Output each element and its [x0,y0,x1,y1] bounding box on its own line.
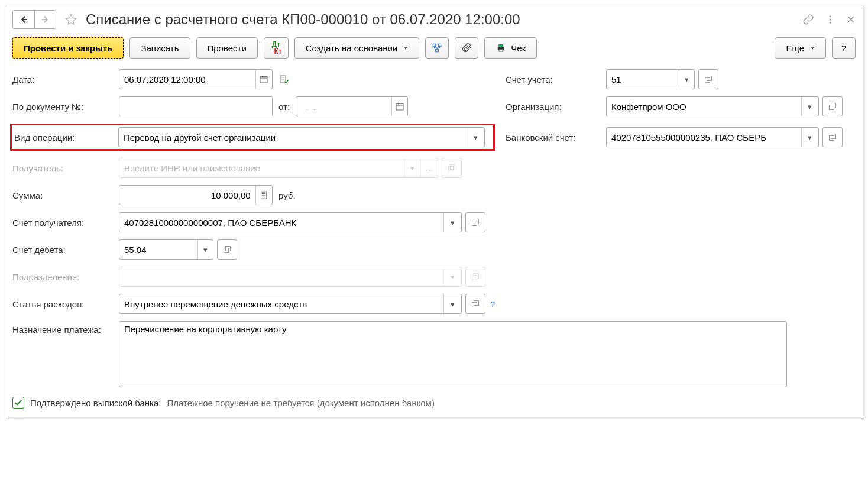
recipient-acc-dropdown-button[interactable]: ▾ [443,213,461,232]
star-icon [65,14,77,25]
more-button[interactable]: Еще [775,37,826,59]
confirmed-label: Подтверждено выпиской банка: [30,398,161,408]
paperclip-icon [461,43,472,53]
create-based-button[interactable]: Создать на основании [294,37,420,59]
recipient-acc-open-button[interactable] [466,213,485,232]
svg-rect-5 [436,49,439,52]
optype-dropdown-button[interactable]: ▾ [467,128,484,147]
attachments-button[interactable] [455,37,478,59]
svg-rect-32 [472,275,477,280]
svg-rect-8 [499,49,503,51]
recipient-acc-input[interactable] [119,213,443,232]
bankacc-input[interactable] [607,128,801,147]
org-dropdown-button[interactable]: ▾ [801,97,818,116]
svg-point-22 [263,195,263,196]
date-input[interactable] [119,70,255,89]
svg-point-0 [830,15,831,17]
printer-icon [495,43,506,53]
division-dropdown-button: ▾ [443,267,461,286]
external-icon [828,102,837,111]
docdate-input[interactable] [296,97,391,116]
debations-open-button[interactable] [218,240,237,259]
svg-rect-29 [474,219,478,224]
expense-help-button[interactable]: ? [490,299,495,309]
dtkt-button[interactable]: Дт Кт [264,37,289,59]
toolbar: Провести и закрыть Записать Провести Дт … [5,34,863,62]
svg-rect-17 [831,134,835,139]
docdate-picker-button[interactable] [391,97,407,116]
close-button[interactable] [846,15,856,24]
debit-acc-dropdown-button[interactable]: ▾ [197,240,213,259]
recipient-label: Получатель: [12,163,119,173]
expense-input[interactable] [119,294,443,313]
docnum-input[interactable] [119,97,272,116]
sum-input[interactable] [119,186,255,205]
recipient-acc-label: Счет получателя: [12,218,119,228]
dtkt-icon: Дт Кт [270,41,282,55]
external-icon [704,75,713,84]
external-icon [471,272,480,281]
org-open-button[interactable] [823,97,842,116]
confirmed-note: Платежное поручение не требуется (докуме… [167,398,434,408]
purpose-label: Назначение платежа: [12,321,119,335]
post-button[interactable]: Провести [196,37,258,59]
date-picker-button[interactable] [255,70,272,89]
svg-rect-30 [224,248,229,252]
account-dropdown-button[interactable]: ▾ [679,70,694,89]
nav-forward-button[interactable] [34,11,56,28]
division-label: Подразделение: [12,272,119,282]
svg-rect-15 [831,103,835,108]
org-input[interactable] [607,97,801,116]
bankacc-open-button[interactable] [823,128,842,147]
calendar-icon [259,75,268,84]
external-icon [828,132,837,142]
svg-rect-11 [705,77,710,82]
external-icon [471,218,480,227]
account-open-button[interactable] [699,70,718,89]
svg-rect-7 [499,44,504,47]
svg-rect-34 [472,302,477,307]
division-input [119,267,443,286]
debit-acc-label: Счет дебета: [12,245,119,255]
external-icon [471,299,480,309]
svg-point-27 [265,197,265,197]
svg-rect-33 [474,274,478,278]
calculator-icon [259,190,268,200]
post-and-close-button[interactable]: Провести и закрыть [12,37,124,59]
svg-rect-31 [225,247,230,251]
division-open-button [466,267,485,286]
confirmed-checkbox[interactable] [12,397,24,409]
titlebar: Списание с расчетного счета КП00-000010 … [5,5,863,34]
account-label: Счет учета: [506,75,606,85]
arrow-right-icon [40,14,51,25]
optype-input[interactable] [119,128,467,147]
titlebar-actions [802,14,856,25]
recipient-ellipsis-button: … [420,158,438,177]
debit-acc-input[interactable] [119,240,197,259]
svg-rect-19 [450,165,455,170]
link-button[interactable] [802,14,814,25]
check-icon [14,398,23,407]
svg-point-26 [264,197,264,197]
help-button[interactable]: ? [832,37,856,59]
save-button[interactable]: Записать [129,37,190,59]
nav-back-button[interactable] [13,11,34,28]
org-label: Организация: [506,102,606,112]
purpose-textarea[interactable] [119,322,786,387]
svg-rect-16 [830,135,834,140]
sum-calc-button[interactable] [255,186,272,205]
bankacc-dropdown-button[interactable]: ▾ [801,128,818,147]
calendar-icon [395,102,404,111]
nav-buttons [12,10,56,29]
svg-point-24 [265,195,265,196]
date-status-button[interactable] [278,74,289,85]
kebab-menu-button[interactable] [825,14,835,25]
account-input[interactable] [607,70,679,89]
recipient-input [119,158,404,177]
favorite-button[interactable] [62,11,80,28]
expense-dropdown-button[interactable]: ▾ [443,294,461,313]
check-button[interactable]: Чек [484,37,537,59]
expense-open-button[interactable] [466,294,485,313]
structure-button[interactable] [425,37,449,59]
confirmed-row: Подтверждено выпиской банка: Платежное п… [12,397,856,409]
